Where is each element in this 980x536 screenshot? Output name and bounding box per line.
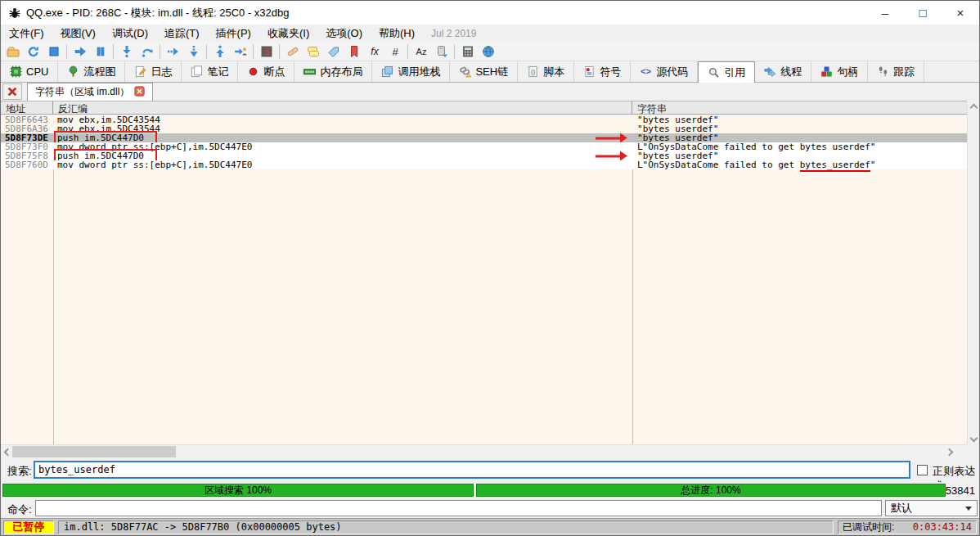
svg-text:Aᴢ: Aᴢ <box>416 47 426 56</box>
menu-item[interactable]: 视图(V) <box>52 25 104 43</box>
string-prefix: L"OnSysDataCome failed to get <box>637 160 800 170</box>
close-button[interactable]: × <box>942 1 979 25</box>
command-row: 命令: 默认 <box>1 498 979 518</box>
tab-线程[interactable]: 线程 <box>755 61 811 82</box>
close-all-references-button[interactable] <box>2 83 22 100</box>
tab-label: 符号 <box>600 65 621 79</box>
step-out-icon[interactable] <box>209 43 230 61</box>
run-to-user-icon[interactable] <box>230 43 250 61</box>
memory-map-icon <box>303 65 316 78</box>
tab-笔记[interactable]: 笔记 <box>182 61 238 82</box>
cpu-icon <box>10 65 22 78</box>
strings-icon[interactable]: Aᴢ <box>411 43 431 61</box>
horizontal-scroll-thumb[interactable] <box>12 446 176 457</box>
menu-item[interactable]: 帮助(H) <box>371 25 423 43</box>
trace-over-icon[interactable] <box>183 43 204 61</box>
tab-断点[interactable]: 断点 <box>238 61 294 82</box>
regex-checkbox[interactable] <box>917 465 928 475</box>
menu-item[interactable]: 文件(F) <box>1 25 52 43</box>
menu-item[interactable]: 插件(P) <box>208 25 259 43</box>
title-bar[interactable]: QQ.exe - PID: 268C - 模块: im.dll - 线程: 25… <box>1 1 979 25</box>
scroll-up-icon[interactable] <box>970 104 977 110</box>
tab-流程图[interactable]: 流程图 <box>58 61 125 82</box>
globe-icon[interactable] <box>478 43 498 61</box>
column-header-string[interactable]: 字符串 <box>632 101 967 114</box>
script-icon: () <box>527 65 539 78</box>
chevron-down-icon <box>965 507 972 511</box>
subtab-close-icon[interactable] <box>134 86 145 99</box>
subtab-strings-region[interactable]: 字符串（区域 im.dll） <box>27 83 153 101</box>
result-count: 53841 <box>946 484 975 497</box>
tab-label: 引用 <box>724 65 745 80</box>
scroll-down-icon[interactable] <box>970 435 977 441</box>
bookmark-icon[interactable] <box>344 43 364 61</box>
scroll-left-icon[interactable] <box>4 448 11 455</box>
menu-item[interactable]: 调试(D) <box>104 25 156 43</box>
references-table[interactable]: 5D8F6643mov ebx,im.5DC43544"bytes_userde… <box>1 115 967 444</box>
step-over-icon[interactable] <box>137 43 157 61</box>
tab-label: 笔记 <box>207 65 228 79</box>
string-cell: L"OnSysDataCome failed to get bytes_user… <box>632 160 967 169</box>
window-title: QQ.exe - PID: 268C - 模块: im.dll - 线程: 25… <box>26 6 290 20</box>
toolbar: Sfx#Aᴢ <box>1 42 979 61</box>
tab-label: CPU <box>26 65 48 78</box>
menu-item[interactable]: 追踪(T) <box>156 25 208 43</box>
open-folder-icon[interactable] <box>2 43 23 61</box>
tab-脚本[interactable]: ()脚本 <box>518 61 574 82</box>
column-header-address[interactable]: 地址 <box>1 101 53 114</box>
tab-句柄[interactable]: 句柄 <box>811 61 868 82</box>
column-header-disassembly[interactable]: 反汇编 <box>53 101 632 114</box>
status-message: im.dll: 5D8F77AC -> 5D8F77B0 (0x00000005… <box>58 520 834 534</box>
command-profile-select[interactable]: 默认 <box>885 500 978 516</box>
tab-label: 源代码 <box>656 65 688 79</box>
tab-跟踪[interactable]: 跟踪 <box>868 61 924 82</box>
maximize-button[interactable]: □ <box>904 1 942 25</box>
call-stack-icon <box>381 65 393 78</box>
vertical-scrollbar[interactable] <box>967 101 979 444</box>
calculator-icon[interactable] <box>457 43 478 61</box>
menu-item[interactable]: 选项(O) <box>317 25 371 43</box>
tab-调用堆栈[interactable]: 调用堆栈 <box>372 61 450 82</box>
menu-item[interactable]: 收藏夹(I) <box>259 25 317 43</box>
patch-icon[interactable] <box>282 43 303 61</box>
svg-text:S: S <box>263 47 269 56</box>
search-input[interactable] <box>34 461 910 479</box>
horizontal-scrollbar[interactable] <box>1 444 967 457</box>
tab-内存布局[interactable]: 内存布局 <box>294 61 372 82</box>
run-icon[interactable] <box>70 43 90 61</box>
command-input[interactable] <box>35 500 882 516</box>
tab-CPU[interactable]: CPU <box>1 61 58 82</box>
window-switch-icon[interactable] <box>431 43 452 61</box>
bug-logo-icon <box>8 7 21 20</box>
status-bar: 已暂停 im.dll: 5D8F77AC -> 5D8F77B0 (0x0000… <box>1 518 979 535</box>
function-icon[interactable]: fx <box>364 43 384 61</box>
toolbar-separator <box>113 44 114 59</box>
seh-icon[interactable]: S <box>256 43 276 61</box>
tab-label: 跟踪 <box>893 65 915 79</box>
subtab-label: 字符串（区域 im.dll） <box>35 85 129 99</box>
hash-icon[interactable]: # <box>384 43 405 61</box>
minimize-button[interactable]: – <box>866 1 904 25</box>
search-label: 搜索: <box>7 464 32 479</box>
log-icon <box>134 65 146 78</box>
disassembly-text: mov dword ptr ss:[ebp+C],im.5DC447E0 <box>57 160 252 170</box>
tab-引用[interactable]: 引用 <box>698 61 755 83</box>
tab-SEH链[interactable]: SEH链 <box>450 61 518 82</box>
svg-text:(): () <box>531 68 535 75</box>
address-cell: 5D8F760D <box>1 160 53 169</box>
tab-label: 线程 <box>780 65 802 79</box>
tab-label: 断点 <box>263 65 285 79</box>
restart-icon[interactable] <box>23 43 43 61</box>
comment-icon[interactable] <box>303 43 323 61</box>
tab-日志[interactable]: 日志 <box>125 61 182 82</box>
search-match-text: bytes_userdef <box>800 160 870 172</box>
tab-符号[interactable]: 符号 <box>574 61 631 82</box>
table-row[interactable]: 5D8F760Dmov dword ptr ss:[ebp+C],im.5DC4… <box>1 160 967 169</box>
trace-into-icon[interactable] <box>163 43 183 61</box>
stop-icon[interactable] <box>43 43 64 61</box>
scroll-right-icon[interactable] <box>946 448 952 455</box>
tab-源代码[interactable]: <>源代码 <box>631 61 698 82</box>
pause-icon[interactable] <box>90 43 110 61</box>
label-icon[interactable] <box>323 43 344 61</box>
step-into-icon[interactable] <box>116 43 137 61</box>
